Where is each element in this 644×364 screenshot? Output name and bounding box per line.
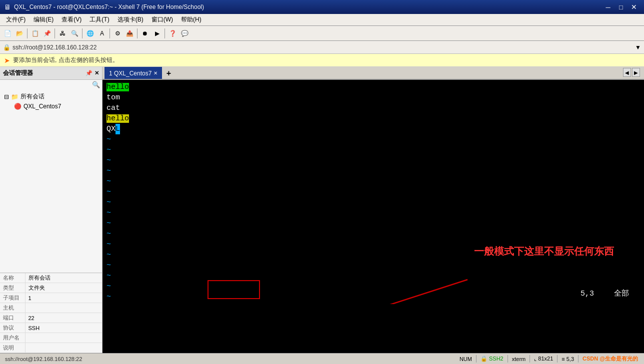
menu-tools[interactable]: 工具(T)	[86, 14, 113, 25]
terminal[interactable]: hello tom cat hello QXL ~ ~ ~ ~ ~ ~	[102, 80, 644, 304]
term-text-hello2: hello	[106, 114, 129, 123]
sidebar-pin-button[interactable]: 📌	[86, 70, 92, 76]
tilde-13: ~	[106, 260, 640, 271]
toolbar: 📄 📂 📋 📌 🖧 🔍 🌐 A ⚙ 📤 ⏺ ▶ ❓ 💬	[0, 26, 644, 41]
menu-edit[interactable]: 编辑(E)	[30, 14, 58, 25]
tab-label: 1 QXL_Centos7	[109, 70, 152, 77]
menu-view[interactable]: 查看(V)	[58, 14, 86, 25]
props-label: 说明	[0, 343, 25, 353]
status-xterm: xterm	[508, 355, 530, 363]
tilde-3: ~	[106, 155, 640, 166]
minimize-button[interactable]: ─	[602, 2, 614, 12]
terminal-line-1: hello	[106, 82, 640, 92]
app-window: 🖥 QXL_Centos7 - root@QXLCentos7:~ - Xshe…	[0, 0, 644, 364]
props-row: 协议SSH	[0, 323, 102, 333]
props-value	[25, 333, 102, 343]
term-text-qx: QX	[106, 125, 116, 133]
tb-help-button[interactable]: ❓	[167, 28, 178, 39]
props-label: 用户名	[0, 333, 25, 343]
tree-child-node[interactable]: 🔴 QXL_Centos7	[2, 102, 100, 111]
properties-panel: 名称所有会话类型文件夹子项目1主机端口22协议SSH用户名说明	[0, 273, 102, 353]
status-bar: ssh://root@192.168.160.128:22 NUM 🔒 SSH2…	[0, 353, 644, 364]
tb-session-button[interactable]: 🖧	[57, 28, 68, 39]
props-row: 说明	[0, 343, 102, 353]
tree-child-icon: 🔴	[14, 103, 22, 110]
tilde-14: ~	[106, 271, 640, 281]
menu-window[interactable]: 窗口(W)	[148, 14, 177, 25]
tb-sep-2	[54, 28, 55, 38]
tilde-8: ~	[106, 208, 640, 218]
tilde-5: ~	[106, 176, 640, 187]
tb-connect-button[interactable]: 🌐	[84, 28, 96, 39]
terminal-line-3: cat	[106, 103, 640, 113]
tree-expand-icon: ⊟	[4, 93, 9, 100]
props-label: 主机	[0, 303, 25, 313]
maximize-button[interactable]: □	[615, 2, 627, 12]
props-row: 端口22	[0, 313, 102, 323]
props-label: 名称	[0, 273, 25, 283]
close-button[interactable]: ✕	[628, 2, 640, 12]
tab-nav-controls: ◀ ▶	[623, 68, 640, 77]
props-value: SSH	[25, 323, 102, 333]
tab-bar: 1 QXL_Centos7 ✕ + ◀ ▶	[102, 67, 644, 80]
tb-settings-button[interactable]: ⚙	[112, 28, 123, 39]
status-brand: CSDN @生命是有光的	[578, 355, 642, 363]
terminal-wrapper[interactable]: hello tom cat hello QXL ~ ~ ~ ~ ~ ~	[102, 80, 644, 353]
cursor-position: 5,3	[580, 290, 594, 298]
tb-paste-button[interactable]: 📌	[42, 28, 52, 39]
tab-nav-right-button[interactable]: ▶	[632, 68, 640, 77]
tb-record-button[interactable]: ⏺	[140, 28, 150, 39]
status-right: NUM 🔒 SSH2 xterm ⌞ 81x21 ≡ 5,3 CSDN @生命是…	[456, 355, 642, 363]
red-highlight-box	[208, 280, 260, 299]
menu-bar: 文件(F) 编辑(E) 查看(V) 工具(T) 选项卡(B) 窗口(W) 帮助(…	[0, 14, 644, 26]
active-tab[interactable]: 1 QXL_Centos7 ✕	[104, 67, 162, 79]
sidebar: 会话管理器 📌 ✕ 🔍 ⊟ 📁 所有会话 🔴 QXL_Centos7	[0, 67, 102, 353]
tree-root-node[interactable]: ⊟ 📁 所有会话	[2, 91, 100, 102]
tb-search-button[interactable]: 🔍	[69, 28, 80, 39]
tb-feedback-button[interactable]: 💬	[179, 28, 190, 39]
tb-copy-button[interactable]: 📋	[30, 28, 40, 39]
tb-sep-5	[137, 28, 138, 38]
title-bar: 🖥 QXL_Centos7 - root@QXLCentos7:~ - Xshe…	[0, 0, 644, 14]
tilde-1: ~	[106, 134, 640, 145]
tab-close-button[interactable]: ✕	[154, 70, 158, 76]
sidebar-title: 会话管理器	[3, 69, 33, 77]
tb-script-button[interactable]: ▶	[152, 28, 162, 39]
props-value	[25, 303, 102, 313]
terminal-line-2: tom	[106, 92, 640, 103]
tb-transfer-button[interactable]: 📤	[124, 28, 135, 39]
sidebar-search-button[interactable]: 🔍	[92, 81, 100, 88]
notify-arrow-icon: ➤	[4, 56, 10, 64]
props-label: 类型	[0, 283, 25, 293]
menu-file[interactable]: 文件(F)	[2, 14, 30, 25]
notify-text: 要添加当前会话, 点击左侧的箭头按钮。	[13, 56, 118, 64]
props-value	[25, 343, 102, 353]
status-address: ssh://root@192.168.160.128:22	[2, 356, 85, 362]
session-tree: ⊟ 📁 所有会话 🔴 QXL_Centos7	[0, 89, 102, 273]
menu-tabs[interactable]: 选项卡(B)	[114, 14, 148, 25]
tb-open-button[interactable]: 📂	[14, 28, 25, 39]
address-dropdown-icon[interactable]: ▼	[635, 44, 641, 51]
menu-help[interactable]: 帮助(H)	[177, 14, 206, 25]
search-icon-bar: 🔍	[0, 80, 102, 89]
term-text-cat: cat	[106, 104, 120, 112]
tilde-9: ~	[106, 218, 640, 229]
tab-nav-left-button[interactable]: ◀	[623, 68, 631, 77]
props-row: 用户名	[0, 333, 102, 343]
props-label: 子项目	[0, 293, 25, 303]
props-label: 端口	[0, 313, 25, 323]
props-value: 文件夹	[25, 283, 102, 293]
tilde-7: ~	[106, 197, 640, 208]
tab-add-button[interactable]: +	[163, 68, 174, 79]
status-num: NUM	[456, 355, 476, 363]
tilde-16: ~	[106, 292, 640, 302]
tb-sep-1	[27, 28, 28, 38]
address-bar: 🔒 ssh://root@192.168.160.128:22 ▼	[0, 41, 644, 54]
tb-new-button[interactable]: 📄	[2, 28, 13, 39]
props-label: 协议	[0, 323, 25, 333]
tb-sep-3	[82, 28, 82, 38]
sidebar-close-button[interactable]: ✕	[94, 70, 99, 76]
props-value: 1	[25, 293, 102, 303]
tb-font-button[interactable]: A	[96, 28, 108, 39]
notify-bar: ➤ 要添加当前会话, 点击左侧的箭头按钮。	[0, 54, 644, 67]
